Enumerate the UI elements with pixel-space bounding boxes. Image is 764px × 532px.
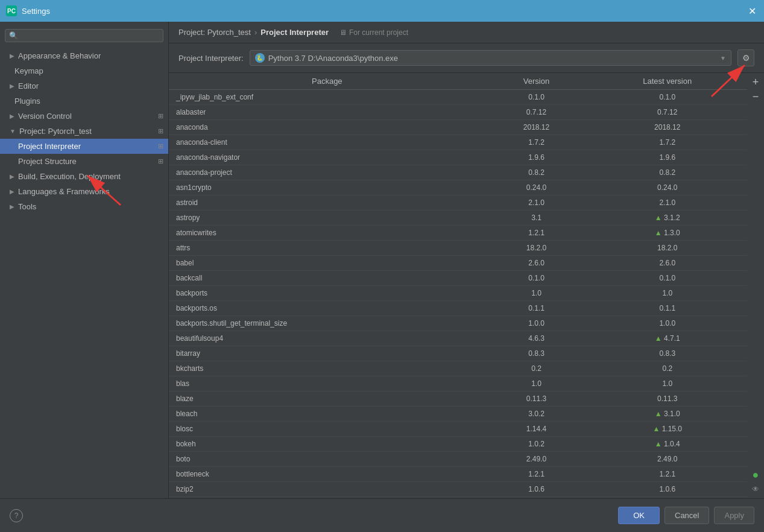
- sidebar-item-tools[interactable]: ▶ Tools: [0, 199, 168, 214]
- table-row[interactable]: bitarray0.8.30.8.3: [169, 346, 747, 361]
- table-row[interactable]: backports.os0.1.10.1.1: [169, 301, 747, 316]
- table-row[interactable]: backports.shutil_get_terminal_size1.0.01…: [169, 316, 747, 331]
- package-name: bkcharts: [169, 361, 485, 376]
- apply-button[interactable]: Apply: [714, 507, 754, 524]
- sidebar-label-tools: Tools: [18, 202, 36, 211]
- table-row[interactable]: _ipyw_jlab_nb_ext_conf0.1.00.1.0: [169, 90, 747, 105]
- package-version: 0.8.3: [485, 346, 588, 361]
- table-row[interactable]: anaconda-client1.7.21.7.2: [169, 135, 747, 150]
- table-row[interactable]: boto2.49.02.49.0: [169, 452, 747, 467]
- table-row[interactable]: bleach3.0.2▲ 3.1.0: [169, 407, 747, 422]
- table-row[interactable]: bokeh1.0.2▲ 1.0.4: [169, 437, 747, 452]
- package-version: 0.1.0: [485, 271, 588, 286]
- sidebar-item-build[interactable]: ▶ Build, Execution, Deployment: [0, 169, 168, 184]
- table-row[interactable]: bottleneck1.2.11.2.1: [169, 467, 747, 482]
- package-name: bokeh: [169, 437, 485, 452]
- package-latest: 1.9.6: [587, 150, 747, 165]
- table-row[interactable]: anaconda-project0.8.20.8.2: [169, 165, 747, 180]
- table-row[interactable]: attrs18.2.018.2.0: [169, 241, 747, 256]
- package-latest: 0.1.0: [587, 271, 747, 286]
- structure-icon: ⊞: [158, 157, 163, 165]
- sidebar-item-plugins[interactable]: Plugins: [0, 93, 168, 109]
- sidebar-item-languages[interactable]: ▶ Languages & Frameworks: [0, 184, 168, 199]
- app-icon: PC: [6, 5, 17, 16]
- package-version: 0.11.3: [485, 391, 588, 407]
- sidebar-label-vcs: Version Control: [18, 112, 72, 121]
- add-package-button[interactable]: +: [749, 75, 762, 89]
- close-button[interactable]: ✕: [746, 5, 758, 17]
- package-latest: 1.7.2: [587, 135, 747, 150]
- table-row[interactable]: anaconda2018.122018.12: [169, 120, 747, 135]
- sidebar-item-project-interpreter[interactable]: Project Interpreter ⊞: [0, 139, 168, 154]
- package-version: 1.0: [485, 376, 588, 391]
- table-row[interactable]: blas1.01.0: [169, 376, 747, 391]
- search-icon: 🔍: [9, 31, 18, 40]
- package-name: backports.os: [169, 301, 485, 316]
- table-row[interactable]: alabaster0.7.120.7.12: [169, 105, 747, 120]
- table-row[interactable]: astroid2.1.02.1.0: [169, 195, 747, 211]
- table-row[interactable]: backcall0.1.00.1.0: [169, 271, 747, 286]
- sidebar-item-appearance[interactable]: ▶ Appearance & Behavior: [0, 48, 168, 63]
- packages-list: Package Version Latest version _ipyw_jla…: [169, 73, 747, 497]
- content-area: Project: Pytorch_test › Project Interpre…: [169, 22, 764, 498]
- sidebar-item-keymap[interactable]: Keymap: [0, 63, 168, 78]
- expand-arrow-editor: ▶: [10, 83, 14, 89]
- table-row[interactable]: asn1crypto0.24.00.24.0: [169, 180, 747, 195]
- package-name: alabaster: [169, 105, 485, 120]
- package-name: backcall: [169, 271, 485, 286]
- interpreter-select[interactable]: 🐍 Python 3.7 D:\Anaconda3\python.exe ▼: [250, 50, 731, 66]
- table-row[interactable]: babel2.6.02.6.0: [169, 256, 747, 271]
- package-latest: 18.2.0: [587, 241, 747, 256]
- search-input[interactable]: [21, 31, 159, 40]
- package-name: anaconda-project: [169, 165, 485, 180]
- view-button[interactable]: 👁: [749, 483, 762, 496]
- expand-arrow-appearance: ▶: [10, 52, 14, 59]
- package-latest: 1.0: [587, 376, 747, 391]
- package-name: bzip2: [169, 482, 485, 497]
- ok-button[interactable]: OK: [618, 507, 660, 524]
- interpreter-icon: ⊞: [158, 142, 163, 150]
- table-row[interactable]: bkcharts0.20.2: [169, 361, 747, 376]
- interpreter-bar: Project Interpreter: 🐍 Python 3.7 D:\Ana…: [169, 43, 764, 73]
- package-latest: ▲ 4.7.1: [587, 331, 747, 346]
- package-version: 1.2.1: [485, 467, 588, 482]
- sidebar-label-project: Project: Pytorch_test: [19, 127, 92, 136]
- package-version: 2018.12: [485, 120, 588, 135]
- remove-package-button[interactable]: −: [749, 90, 762, 103]
- help-button[interactable]: ?: [10, 509, 23, 522]
- table-row[interactable]: blosc1.14.4▲ 1.15.0: [169, 422, 747, 437]
- cancel-button[interactable]: Cancel: [665, 507, 709, 524]
- package-latest: 1.0: [587, 286, 747, 301]
- package-version: 1.0.0: [485, 316, 588, 331]
- table-row[interactable]: beautifulsoup44.6.3▲ 4.7.1: [169, 331, 747, 346]
- gear-button[interactable]: ⚙: [737, 49, 754, 66]
- package-name: blaze: [169, 391, 485, 407]
- table-row[interactable]: astropy3.1▲ 3.1.2: [169, 211, 747, 226]
- package-version: 0.8.2: [485, 165, 588, 180]
- package-version: 1.0.6: [485, 482, 588, 497]
- sidebar-item-editor[interactable]: ▶ Editor: [0, 78, 168, 93]
- package-latest: ▲ 3.1.0: [587, 407, 747, 422]
- status-indicator: ●: [749, 468, 762, 481]
- table-row[interactable]: backports1.01.0: [169, 286, 747, 301]
- window-title: Settings: [22, 7, 50, 16]
- breadcrumb-separator: ›: [254, 28, 257, 37]
- sidebar-label-appearance: Appearance & Behavior: [18, 51, 101, 60]
- col-latest: Latest version: [587, 73, 747, 90]
- python-icon: 🐍: [255, 53, 265, 63]
- search-box[interactable]: 🔍: [5, 29, 163, 42]
- package-version: 1.2.1: [485, 226, 588, 241]
- table-row[interactable]: blaze0.11.30.11.3: [169, 391, 747, 407]
- sidebar-item-project-structure[interactable]: Project Structure ⊞: [0, 154, 168, 169]
- expand-arrow-languages: ▶: [10, 188, 14, 195]
- bottom-bar: ? OK Cancel Apply: [0, 498, 764, 532]
- sidebar-item-project[interactable]: ▼ Project: Pytorch_test ⊞: [0, 124, 168, 139]
- package-version: 1.0: [485, 286, 588, 301]
- package-latest: ▲ 1.3.0: [587, 226, 747, 241]
- package-version: 0.1.1: [485, 301, 588, 316]
- table-row[interactable]: bzip21.0.61.0.6: [169, 482, 747, 497]
- package-version: 2.6.0: [485, 256, 588, 271]
- table-row[interactable]: atomicwrites1.2.1▲ 1.3.0: [169, 226, 747, 241]
- sidebar-item-versioncontrol[interactable]: ▶ Version Control ⊞: [0, 109, 168, 124]
- table-row[interactable]: anaconda-navigator1.9.61.9.6: [169, 150, 747, 165]
